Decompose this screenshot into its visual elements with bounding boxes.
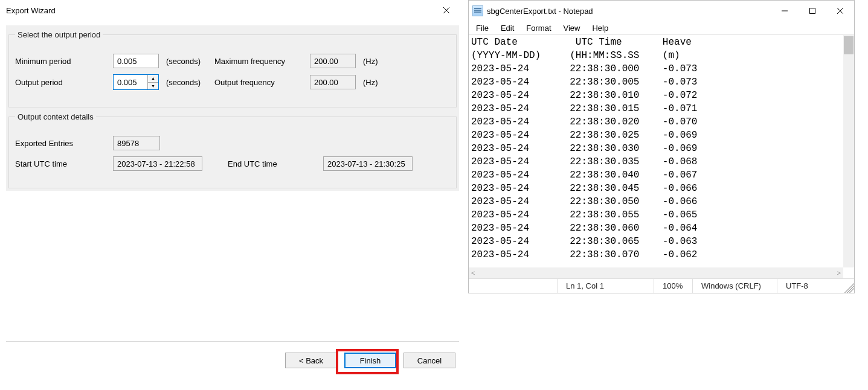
notepad-menu: File Edit Format View Help: [469, 21, 854, 34]
spin-down-icon[interactable]: ▼: [148, 83, 158, 90]
unit-hz-1: (Hz): [357, 57, 378, 66]
label-start-utc: Start UTC time: [15, 159, 113, 168]
notepad-window: sbgCenterExport.txt - Notepad File Edit …: [468, 0, 855, 293]
menu-format[interactable]: Format: [521, 22, 556, 34]
minimize-icon[interactable]: [771, 1, 799, 21]
finish-button[interactable]: Finish: [344, 353, 396, 368]
label-max-freq: Maximum frequency: [214, 57, 310, 66]
menu-help[interactable]: Help: [587, 22, 613, 34]
wizard-footer: < Back Finish Cancel: [6, 341, 459, 368]
label-exported-entries: Exported Entries: [15, 139, 113, 148]
menu-file[interactable]: File: [471, 22, 493, 34]
legend-output-period: Select the output period: [15, 30, 103, 39]
status-eol: Windows (CRLF): [692, 279, 777, 293]
notepad-app-icon: [472, 5, 483, 16]
notepad-text-wrap: UTC Date UTC Time Heave (YYYY-MM-DD) (HH…: [469, 34, 854, 278]
menu-edit[interactable]: Edit: [496, 22, 519, 34]
input-max-freq[interactable]: [310, 54, 356, 68]
svg-rect-0: [810, 8, 815, 14]
wizard-titlebar: Export Wizard: [0, 0, 465, 21]
value-exported-entries: [113, 136, 160, 150]
cancel-button[interactable]: Cancel: [403, 353, 455, 368]
unit-seconds-2: (seconds): [160, 78, 214, 87]
scroll-right-icon[interactable]: >: [837, 269, 841, 277]
scrollbar-thumb[interactable]: [844, 36, 854, 54]
export-wizard-window: Export Wizard Select the output period M…: [0, 0, 465, 380]
value-start-utc: [113, 156, 202, 171]
fieldset-context-details: Output context details Exported Entries …: [8, 112, 457, 188]
maximize-icon[interactable]: [799, 1, 826, 21]
horizontal-scrollbar[interactable]: < >: [469, 267, 843, 278]
input-output-freq[interactable]: [310, 75, 356, 89]
wizard-title: Export Wizard: [6, 6, 432, 15]
legend-context-details: Output context details: [15, 112, 96, 121]
input-min-period[interactable]: [113, 54, 159, 68]
status-enc: UTF-8: [777, 279, 843, 293]
label-output-freq: Output frequency: [214, 78, 310, 87]
notepad-statusbar: Ln 1, Col 1 100% Windows (CRLF) UTF-8: [469, 278, 854, 293]
vertical-scrollbar[interactable]: [843, 35, 854, 267]
resize-grip-icon[interactable]: [843, 279, 854, 293]
label-output-period: Output period: [15, 78, 113, 87]
unit-seconds: (seconds): [160, 57, 214, 66]
close-icon[interactable]: [432, 1, 460, 20]
value-end-utc: [323, 156, 413, 171]
unit-hz-2: (Hz): [357, 78, 378, 87]
notepad-title: sbgCenterExport.txt - Notepad: [487, 7, 771, 16]
label-min-period: Minimum period: [15, 57, 113, 66]
label-end-utc: End UTC time: [228, 159, 323, 168]
notepad-text-area[interactable]: UTC Date UTC Time Heave (YYYY-MM-DD) (HH…: [469, 35, 843, 267]
wizard-body: Select the output period Minimum period …: [6, 25, 459, 191]
back-button[interactable]: < Back: [285, 353, 337, 368]
notepad-titlebar: sbgCenterExport.txt - Notepad: [469, 1, 854, 21]
scroll-left-icon[interactable]: <: [471, 269, 475, 277]
spinner-output-period[interactable]: ▲ ▼: [113, 74, 159, 90]
input-output-period[interactable]: [114, 75, 147, 89]
spin-up-icon[interactable]: ▲: [148, 75, 158, 83]
close-icon[interactable]: [826, 1, 854, 21]
fieldset-output-period: Select the output period Minimum period …: [8, 30, 457, 107]
status-pos: Ln 1, Col 1: [557, 279, 654, 293]
status-zoom: 100%: [654, 279, 692, 293]
menu-view[interactable]: View: [559, 22, 585, 34]
